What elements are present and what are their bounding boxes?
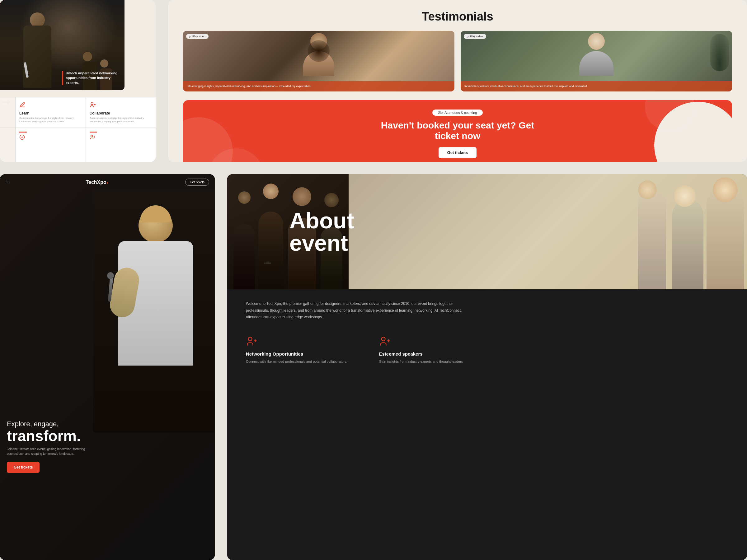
hero-subtitle: Explore, engage,: [7, 420, 88, 428]
nav-cta-button[interactable]: Get tickets: [185, 179, 209, 186]
nav-bar: ≡ TechXpo● Get tickets: [0, 174, 215, 190]
bottom-left-panel: ≡ TechXpo● Get tickets Explore, engage, …: [0, 174, 215, 560]
svg-point-0: [91, 102, 93, 105]
speakers-desc: Gain insights from industry experts and …: [379, 359, 487, 365]
hero-description: Join the ultimate tech event; igniting i…: [7, 447, 88, 456]
hero-text-block: Explore, engage, transform. Join the ult…: [7, 420, 88, 473]
about-right-image: [349, 174, 747, 289]
about-description: Welcome to TechXpo, the premier gatherin…: [246, 300, 464, 321]
more-icon-2: [89, 134, 96, 141]
more-icon-1: [19, 134, 26, 141]
about-hero: adidas About event: [227, 174, 747, 289]
feature-learn: Learn Gain valuable knowledge & insights…: [16, 97, 86, 128]
hero-caption: Unlock unparalleled networking opportuni…: [62, 71, 118, 85]
cta-section: 2k+ Attendees & counting Haven't booked …: [183, 100, 732, 162]
feature-collaborate: Collaborate Gain valuable knowledge & in…: [86, 97, 156, 128]
learn-desc: Gain valuable knowledge & insights from …: [19, 116, 82, 123]
testimonial-1[interactable]: ▷ Play video Life-changing insights, unp…: [183, 31, 455, 91]
collaborate-desc: Gain valuable knowledge & insights from …: [89, 116, 152, 123]
feature-cards: Learn Gain valuable knowledge & insights…: [0, 97, 156, 128]
cta-badge: 2k+ Attendees & counting: [432, 109, 483, 116]
testimonial-text-2: Incredible speakers, invaluable connecti…: [461, 81, 732, 91]
learn-title: Learn: [19, 111, 82, 115]
learn-icon: [19, 102, 82, 109]
hero-image: Unlock unparalleled networking opportuni…: [0, 0, 125, 90]
about-title-overlay: About event: [289, 209, 354, 254]
logo-dot: ●: [106, 181, 108, 185]
collaborate-title: Collaborate: [89, 111, 152, 115]
collaborate-icon: [89, 102, 152, 109]
cta-button[interactable]: Get tickets: [439, 147, 476, 158]
about-features: Networking Opportunities Connect with li…: [246, 336, 728, 365]
speakers-icon: [379, 336, 487, 348]
hero-main-title: transform.: [7, 429, 88, 444]
testimonials-title: Testimonials: [183, 10, 732, 23]
speakers-title: Esteemed speakers: [379, 351, 487, 356]
testimonials-grid: ▷ Play video Life-changing insights, unp…: [183, 31, 732, 91]
about-feature-speakers: Esteemed speakers Gain insights from ind…: [379, 336, 487, 365]
nav-logo: TechXpo●: [85, 180, 108, 185]
top-left-panel: Unlock unparalleled networking opportuni…: [0, 0, 156, 162]
hero-get-tickets-button[interactable]: Get tickets: [7, 462, 40, 473]
networking-desc: Connect with like-minded professionals a…: [246, 359, 354, 365]
about-event-title: About event: [289, 209, 354, 254]
networking-icon: [246, 336, 354, 348]
svg-point-6: [91, 135, 93, 137]
svg-point-12: [381, 337, 385, 341]
bottom-right-panel: adidas About event: [227, 174, 747, 560]
networking-title: Networking Opportunities: [246, 351, 354, 356]
cta-title: Haven't booked your seat yet? Get ticket…: [380, 120, 535, 141]
about-feature-networking: Networking Opportunities Connect with li…: [246, 336, 354, 365]
speaker-image: [93, 190, 215, 432]
play-badge-2[interactable]: ▷ Play video: [464, 34, 486, 39]
testimonial-2[interactable]: ▷ Play video Incredible speakers, invalu…: [461, 31, 732, 91]
play-badge-1[interactable]: ▷ Play video: [186, 34, 209, 39]
svg-point-9: [248, 337, 252, 341]
more-feature-cards: [0, 128, 156, 162]
nav-menu-icon[interactable]: ≡: [6, 179, 9, 185]
testimonial-text-1: Life-changing insights, unparalleled net…: [183, 81, 455, 91]
top-right-panel: Testimonials ▷ Play video Life-changing …: [168, 0, 747, 162]
about-content: Welcome to TechXpo, the premier gatherin…: [227, 289, 747, 375]
